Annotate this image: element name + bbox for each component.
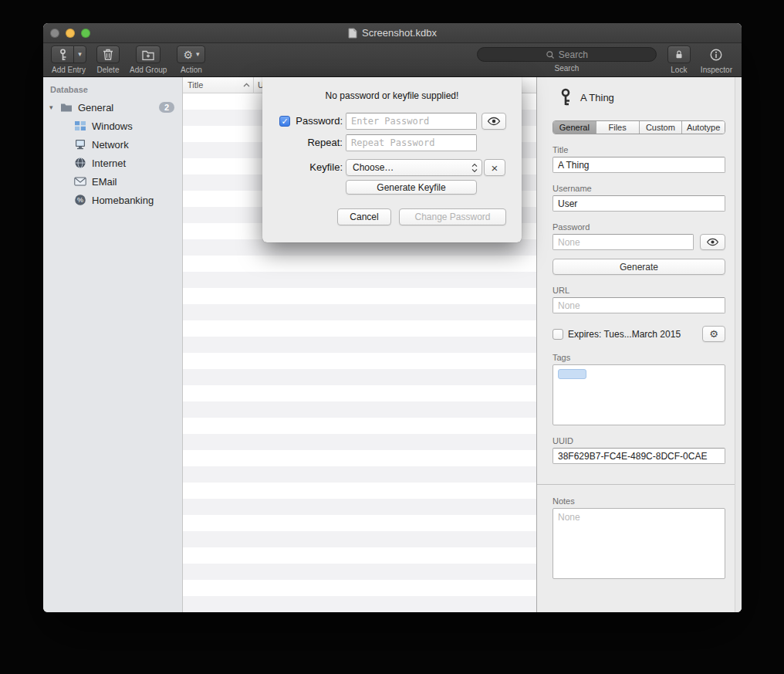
dialog-message: No password or keyfile supplied!	[262, 90, 522, 101]
password-field[interactable]	[553, 234, 694, 250]
zoom-button[interactable]	[81, 29, 90, 38]
generate-password-button[interactable]: Generate	[553, 259, 725, 275]
add-entry-button[interactable]	[51, 46, 74, 63]
reveal-password-button[interactable]	[700, 234, 725, 250]
sidebar-item-windows[interactable]: Windows	[43, 117, 182, 135]
svg-text:%: %	[77, 196, 83, 204]
notes-label: Notes	[553, 496, 725, 506]
repeat-password-input[interactable]	[346, 134, 477, 151]
sidebar-item-label: EMail	[92, 176, 117, 188]
title-bar: Screenshot.kdbx	[43, 23, 742, 43]
delete-label: Delete	[97, 66, 120, 74]
trash-icon	[103, 49, 113, 60]
tag-chip[interactable]	[558, 369, 586, 379]
tags-box[interactable]	[553, 364, 725, 425]
add-group-button[interactable]	[136, 46, 161, 63]
lock-label: Lock	[671, 66, 687, 74]
keyfile-dropdown[interactable]: Choose…	[346, 159, 482, 176]
search-label: Search	[555, 64, 580, 73]
url-label: URL	[553, 286, 725, 295]
notes-field[interactable]	[553, 508, 725, 579]
expires-label: Expires: Tues...March 2015	[568, 329, 698, 340]
sidebar-section-header: Database	[43, 83, 182, 98]
divider	[537, 484, 742, 485]
password-input[interactable]	[346, 113, 477, 130]
key-icon	[58, 49, 68, 61]
expires-row: Expires: Tues...March 2015 ⚙	[553, 326, 725, 342]
add-group-label: Add Group	[130, 66, 167, 74]
info-icon	[709, 48, 723, 62]
change-password-button[interactable]: Change Password	[399, 208, 506, 225]
window-title-text: Screenshot.kdbx	[362, 27, 437, 39]
content-area: Database ▾ General 2 Windows	[43, 77, 742, 612]
gear-icon: ⚙	[183, 49, 193, 60]
change-password-dialog: No password or keyfile supplied! ✓ Passw…	[262, 77, 522, 242]
column-header-title[interactable]: Title	[183, 77, 253, 93]
expires-settings-button[interactable]: ⚙	[702, 326, 725, 342]
expires-checkbox[interactable]	[553, 329, 563, 340]
sidebar-item-general[interactable]: ▾ General 2	[43, 98, 182, 117]
traffic-lights	[50, 29, 90, 38]
tags-label: Tags	[553, 353, 725, 362]
uuid-field[interactable]	[553, 448, 725, 464]
reveal-password-button[interactable]	[482, 113, 506, 130]
clear-keyfile-button[interactable]: ×	[484, 159, 505, 176]
lock-button[interactable]	[667, 46, 691, 63]
disclosure-triangle-icon[interactable]: ▾	[49, 103, 59, 111]
inspector-label: Inspector	[701, 66, 732, 74]
action-button[interactable]: ⚙ ▾	[177, 46, 205, 63]
check-icon: ✓	[281, 117, 288, 126]
add-group-icon	[142, 49, 154, 60]
sort-ascending-icon	[243, 83, 250, 87]
password-label: Password:	[292, 115, 343, 127]
uuid-label: UUID	[553, 436, 725, 445]
inspector-scrollbar[interactable]	[735, 77, 742, 612]
url-field[interactable]	[553, 297, 725, 313]
username-label: Username	[553, 184, 725, 193]
username-field[interactable]	[553, 195, 725, 212]
action-tool: ⚙ ▾ Action	[177, 46, 205, 74]
sidebar-item-label: Internet	[92, 157, 126, 169]
title-field[interactable]	[553, 157, 725, 173]
window-title: Screenshot.kdbx	[348, 27, 437, 39]
cancel-button[interactable]: Cancel	[337, 208, 391, 225]
password-checkbox[interactable]: ✓	[279, 116, 290, 127]
sidebar-item-email[interactable]: EMail	[43, 172, 182, 191]
keyfile-label: Keyfile:	[292, 161, 343, 173]
updown-chevrons-icon	[471, 163, 478, 173]
inspector-button[interactable]	[705, 46, 727, 63]
delete-button[interactable]	[96, 46, 120, 63]
globe-icon	[74, 157, 86, 169]
sidebar-item-network[interactable]: Network	[43, 135, 182, 154]
generate-keyfile-label: Generate Keyfile	[377, 182, 445, 193]
minimize-button[interactable]	[66, 29, 75, 38]
lock-tool: Lock	[667, 46, 691, 74]
inspector-tabs: General Files Custom Autotype	[553, 120, 725, 134]
password-row	[553, 234, 725, 250]
cancel-label: Cancel	[350, 212, 378, 222]
column-title-text: Title	[188, 80, 203, 90]
tab-files[interactable]: Files	[596, 121, 639, 134]
toolbar: ▾ Add Entry Delete	[43, 43, 742, 77]
sidebar-item-internet[interactable]: Internet	[43, 154, 182, 172]
search-icon	[546, 50, 555, 59]
add-entry-dropdown[interactable]: ▾	[73, 46, 86, 63]
tab-custom[interactable]: Custom	[639, 121, 682, 134]
envelope-icon	[74, 175, 86, 188]
sidebar-item-homebanking[interactable]: % Homebanking	[43, 191, 182, 209]
add-entry-tool: ▾ Add Entry	[51, 46, 86, 74]
tab-autotype[interactable]: Autotype	[681, 121, 725, 134]
delete-tool: Delete	[96, 46, 120, 74]
sidebar-item-label: Homebanking	[92, 195, 154, 206]
tab-general[interactable]: General	[553, 121, 596, 134]
clear-icon: ×	[492, 161, 498, 174]
sidebar: Database ▾ General 2 Windows	[43, 77, 183, 612]
search-input[interactable]: Search	[477, 47, 657, 62]
inspector-header: A Thing	[559, 86, 725, 108]
generate-keyfile-button[interactable]: Generate Keyfile	[346, 180, 477, 195]
folder-icon	[60, 101, 73, 113]
sidebar-item-label: Windows	[92, 120, 133, 132]
percent-coin-icon: %	[74, 194, 86, 206]
close-button[interactable]	[50, 29, 59, 38]
chevron-down-icon: ▾	[78, 51, 82, 58]
